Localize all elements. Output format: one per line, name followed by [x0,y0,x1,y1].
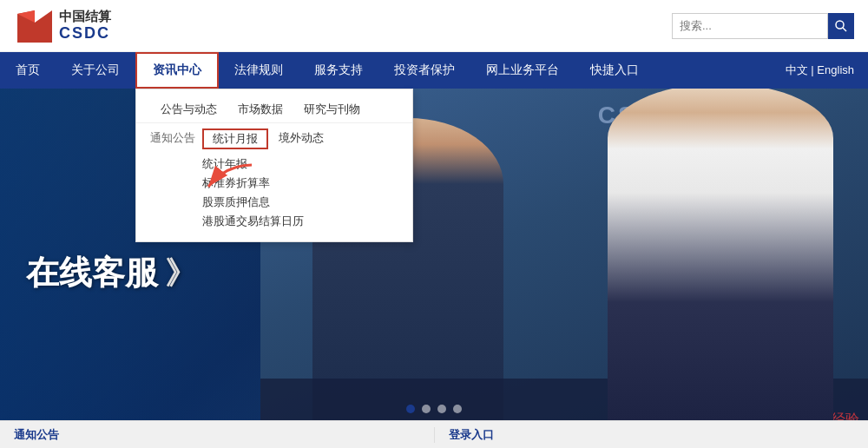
nav-item-online[interactable]: 网上业务平台 [470,52,575,89]
dropdown-link-monthly[interactable]: 统计月报 [202,128,268,149]
nav-bar: 首页 关于公司 资讯中心 公告与动态 市场数据 研究与刊物 通知公告 统计月报 … [0,52,868,89]
search-input[interactable] [672,13,828,39]
dropdown-link-overseas[interactable]: 境外动态 [268,128,334,149]
hero-dot-4[interactable] [453,405,462,413]
dropdown-links-notice: 统计月报 境外动态 [202,128,334,149]
hero-banner: CSDC 在线客服》 Bai 🐾 du 经验 jingyan.baidu.com [0,89,868,448]
sub-link-hk-calendar[interactable]: 港股通交易结算日历 [202,212,398,231]
hero-dots [406,405,462,413]
hero-dot-2[interactable] [422,405,431,413]
bottom-bar: 通知公告 登录入口 [0,420,868,448]
dropdown-menu: 公告与动态 市场数据 研究与刊物 通知公告 统计月报 境外动态 统计年报 标准券… [135,89,413,242]
logo-text: 中国结算 CSDC [59,9,111,43]
hero-arrow: 》 [165,255,196,291]
nav-item-investor[interactable]: 投资者保护 [378,52,470,89]
nav-item-quick[interactable]: 快捷入口 [575,52,654,89]
logo-cn-text: 中国结算 [59,9,111,24]
hero-text: 在线客服》 [26,251,196,295]
lang-separator: | [811,63,813,76]
nav-lang[interactable]: 中文 | English [772,63,868,78]
sub-links: 统计年报 标准券折算率 股票质押信息 港股通交易结算日历 [202,155,398,231]
logo-en-text: CSDC [59,24,111,43]
logo-icon [14,7,56,45]
header: 中国结算 CSDC [0,0,868,52]
logo-area: 中国结算 CSDC [14,7,111,45]
hero-main-text: 在线客服 [26,254,158,291]
nav-item-about[interactable]: 关于公司 [56,52,135,89]
sub-link-stock-pledge[interactable]: 股票质押信息 [202,193,398,212]
bottom-notice-label: 通知公告 [0,427,435,443]
dropdown-top-row: 公告与动态 市场数据 研究与刊物 [136,96,412,122]
search-icon [834,19,848,33]
nav-item-service[interactable]: 服务支持 [299,52,378,89]
dropdown-sub-row: 通知公告 统计月报 境外动态 [136,122,412,151]
hero-dot-3[interactable] [437,405,446,413]
lang-cn: 中文 [786,63,808,76]
svg-point-3 [836,21,844,29]
search-button[interactable] [828,13,854,39]
dropdown-link-research[interactable]: 研究与刊物 [293,100,371,119]
nav-item-news[interactable]: 资讯中心 [135,52,219,89]
sub-link-annual[interactable]: 统计年报 [202,155,398,174]
search-area [672,13,854,39]
nav-item-legal[interactable]: 法律规则 [219,52,299,89]
sub-link-rate[interactable]: 标准券折算率 [202,174,398,193]
dropdown-category-notice: 通知公告 [150,128,202,149]
dropdown-sub-items: 统计年报 标准券折算率 股票质押信息 港股通交易结算日历 [136,151,412,234]
dropdown-link-announcements[interactable]: 公告与动态 [150,100,227,119]
bottom-login-label: 登录入口 [435,427,869,443]
hero-dot-1[interactable] [406,405,415,413]
nav-item-wrapper-news: 资讯中心 公告与动态 市场数据 研究与刊物 通知公告 统计月报 境外动态 统计年… [135,52,219,89]
nav-item-home[interactable]: 首页 [0,52,56,89]
dropdown-link-market[interactable]: 市场数据 [227,100,293,119]
lang-en: English [817,63,854,76]
svg-line-4 [843,28,846,31]
